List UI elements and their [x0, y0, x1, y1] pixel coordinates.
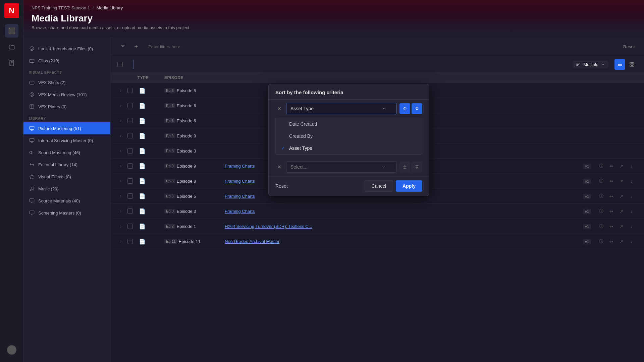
footer-right-btns: Cancel Apply [365, 180, 422, 192]
sort-row-1: ✕ Asset Type [269, 100, 429, 118]
sort-order-btns-1 [399, 103, 422, 114]
sort-desc-btn-2[interactable] [412, 162, 422, 172]
dropdown-label-asset-type: Asset Type [289, 145, 312, 151]
sort-dialog: Sort by the following criteria ✕ Asset T… [268, 84, 429, 196]
sort-order-btns-2 [399, 162, 422, 172]
sort-select-wrapper-2: Select... [286, 161, 397, 173]
sort-apply-btn[interactable]: Apply [396, 180, 422, 192]
sort-select-box-1[interactable]: Asset Type [286, 103, 397, 114]
sort-dialog-footer: Reset Cancel Apply [269, 176, 429, 196]
sort-reset-btn[interactable]: Reset [275, 183, 288, 189]
dropdown-label-date-created: Date Created [289, 121, 317, 127]
sort-select-box-2[interactable]: Select... [286, 161, 397, 173]
dropdown-item-created-by[interactable]: Created By [276, 130, 422, 142]
sort-select-wrapper-1: Asset Type [286, 103, 397, 114]
sort-cancel-btn[interactable]: Cancel [365, 180, 393, 192]
sort-asc-btn-2[interactable] [399, 162, 410, 172]
dropdown-label-created-by: Created By [289, 133, 313, 139]
sort-dialog-title: Sort by the following criteria [269, 84, 429, 100]
sort-row-2: ✕ Select... [269, 158, 429, 176]
sort-row-close-btn-2[interactable]: ✕ [275, 163, 283, 171]
sort-select-value-1: Asset Type [290, 106, 314, 111]
sort-desc-btn-1[interactable] [412, 103, 422, 114]
sort-dropdown-list: Date Created Created By ✓ Asset Type [275, 118, 422, 155]
sort-row-close-btn-1[interactable]: ✕ [275, 105, 283, 113]
sort-asc-btn-1[interactable] [399, 103, 410, 114]
dropdown-item-date-created[interactable]: Date Created [276, 118, 422, 130]
dropdown-item-asset-type[interactable]: ✓ Asset Type [276, 142, 422, 154]
dropdown-check-asset-type: ✓ [281, 145, 286, 151]
sort-select-value-2: Select... [290, 164, 308, 170]
